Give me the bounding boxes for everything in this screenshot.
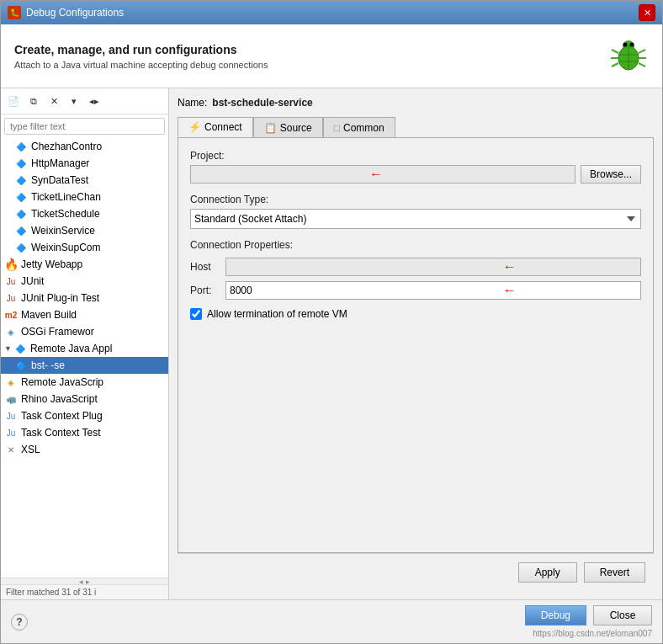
- header-title: Create, manage, and run configurations: [14, 43, 268, 56]
- revert-button[interactable]: Revert: [584, 562, 645, 583]
- header-panel: Create, manage, and run configurations A…: [1, 24, 662, 88]
- java-class-icon-6: 🔷: [14, 224, 28, 237]
- connection-props: Connection Properties: Host ← Port:: [190, 239, 641, 300]
- host-label: Host: [190, 261, 220, 273]
- connection-type-label: Connection Type:: [190, 194, 641, 205]
- java-class-icon-7: 🔷: [14, 241, 28, 254]
- tree-toolbar: 📄 ⧉ ✕ ▾ ◂▸: [1, 88, 168, 114]
- java-class-icon-5: 🔷: [14, 207, 28, 221]
- title-bar: 🐛 Debug Configurations ✕: [1, 1, 662, 24]
- maven-icon: m2: [4, 308, 18, 322]
- apply-button[interactable]: Apply: [518, 562, 577, 583]
- remote-js-icon: ◈: [4, 375, 18, 389]
- bst-icon: 🔷: [14, 359, 28, 372]
- tree-item-weixin[interactable]: 🔷 WeixinService: [1, 222, 168, 239]
- task-test-icon: Ju: [4, 426, 18, 439]
- header-subtitle: Attach to a Java virtual machine accepti…: [14, 60, 268, 70]
- scroll-indicator: ◂ ▸: [1, 577, 168, 584]
- xsl-icon: ✕: [4, 443, 18, 456]
- config-panel: Project: ← Browse... Connection Type:: [178, 137, 654, 553]
- tree-item-remote-js[interactable]: ◈ Remote JavaScrip: [1, 374, 168, 391]
- help-button[interactable]: ?: [11, 614, 28, 631]
- tab-common[interactable]: □ Common: [323, 117, 395, 137]
- java-class-icon-3: 🔷: [14, 173, 28, 187]
- main-content: 📄 ⧉ ✕ ▾ ◂▸ 🔷 ChezhanContro 🔷 HttpManager: [1, 88, 662, 599]
- connect-tab-icon: ⚡: [188, 121, 201, 133]
- browse-button[interactable]: Browse...: [581, 165, 641, 184]
- tree-item-rhino[interactable]: 🦏 Rhino JavaScript: [1, 391, 168, 407]
- tree-item-junit-plugin[interactable]: Ju JUnit Plug-in Test: [1, 290, 168, 306]
- tree-item-syndata[interactable]: 🔷 SynDataTest: [1, 172, 168, 189]
- tree-item-remote-java[interactable]: ▼ 🔷 Remote Java Appl: [1, 340, 168, 357]
- common-tab-label: Common: [343, 122, 385, 134]
- svg-line-7: [639, 50, 645, 53]
- source-tab-label: Source: [280, 122, 312, 134]
- allow-termination-label: Allow termination of remote VM: [207, 308, 347, 320]
- tab-source[interactable]: 📋 Source: [253, 117, 323, 137]
- tree-item-maven[interactable]: m2 Maven Build: [1, 306, 168, 323]
- delete-button[interactable]: ✕: [45, 92, 63, 110]
- host-row: Host ←: [190, 258, 641, 276]
- tree-item-task-context-test[interactable]: Ju Task Context Test: [1, 424, 168, 441]
- new-config-button[interactable]: 📄: [4, 92, 23, 110]
- project-label: Project:: [190, 150, 641, 162]
- close-button[interactable]: Close: [593, 605, 652, 625]
- port-label: Port:: [190, 285, 220, 296]
- checkbox-row: Allow termination of remote VM: [190, 308, 641, 320]
- left-panel: 📄 ⧉ ✕ ▾ ◂▸ 🔷 ChezhanContro 🔷 HttpManager: [1, 88, 169, 599]
- port-input[interactable]: [225, 281, 641, 300]
- tree-item-ticketschedule[interactable]: 🔷 TicketSchedule: [1, 205, 168, 222]
- host-input[interactable]: [225, 258, 641, 276]
- window-icon: 🐛: [8, 6, 21, 19]
- debug-configurations-window: 🐛 Debug Configurations ✕ Create, manage,…: [0, 0, 663, 644]
- tree-item-task-context[interactable]: Ju Task Context Plug: [1, 407, 168, 424]
- footer-right: Debug Close https://blog.csdn.net/eloman…: [525, 605, 652, 638]
- tree-item-junit[interactable]: Ju JUnit: [1, 273, 168, 290]
- project-field-row: Project: ← Browse...: [190, 150, 641, 184]
- svg-line-6: [612, 63, 618, 67]
- source-tab-icon: 📋: [264, 122, 277, 134]
- connection-type-row: Connection Type: Standard (Socket Attach…: [190, 194, 641, 229]
- tree-item-jetty[interactable]: 🔥 Jetty Webapp: [1, 256, 168, 273]
- right-panel: Name: bst-schedule-service ⚡ Connect 📋 S…: [169, 88, 662, 599]
- name-label: Name:: [178, 97, 207, 109]
- port-row: Port: ←: [190, 281, 641, 300]
- common-tab-icon: □: [334, 122, 340, 134]
- search-input[interactable]: [4, 118, 165, 135]
- tree-item-weixinsup[interactable]: 🔷 WeixinSupCom: [1, 239, 168, 256]
- tree-item-osgi[interactable]: ◈ OSGi Framewor: [1, 323, 168, 340]
- task-icon: Ju: [4, 409, 18, 423]
- java-class-icon-4: 🔷: [14, 190, 28, 204]
- junit-plugin-icon: Ju: [4, 291, 18, 305]
- connection-props-label: Connection Properties:: [190, 239, 641, 251]
- junit-icon: Ju: [4, 274, 18, 288]
- project-input-row: ← Browse...: [190, 165, 641, 184]
- footer: ? Debug Close https://blog.csdn.net/elom…: [1, 599, 662, 643]
- allow-termination-checkbox[interactable]: [190, 308, 202, 320]
- tree-container: 🔷 ChezhanContro 🔷 HttpManager 🔷 SynDataT…: [1, 138, 168, 577]
- tree-item-bst-schedule[interactable]: 🔷 bst- -se: [1, 357, 168, 374]
- window-close-button[interactable]: ✕: [639, 4, 655, 21]
- expand-arrow-icon: ▼: [4, 344, 12, 353]
- window-title: Debug Configurations: [26, 7, 124, 19]
- collapse-button[interactable]: ◂▸: [85, 92, 103, 110]
- tree-item-ticketline[interactable]: 🔷 TicketLineChan: [1, 189, 168, 205]
- header-text: Create, manage, and run configurations A…: [14, 43, 268, 70]
- tab-connect[interactable]: ⚡ Connect: [178, 117, 253, 137]
- tree-item-xsl[interactable]: ✕ XSL: [1, 441, 168, 458]
- tree-item-httpmanager[interactable]: 🔷 HttpManager: [1, 155, 168, 172]
- bug-icon: [608, 35, 649, 77]
- tabs-container: ⚡ Connect 📋 Source □ Common: [178, 117, 654, 137]
- filter-status: Filter matched 31 of 31 i: [1, 584, 168, 599]
- title-bar-left: 🐛 Debug Configurations: [8, 6, 124, 19]
- svg-line-9: [639, 63, 645, 67]
- connect-tab-label: Connect: [204, 121, 242, 133]
- debug-button[interactable]: Debug: [525, 605, 586, 625]
- filter-button[interactable]: ▾: [65, 92, 83, 110]
- tree-item-chezhan[interactable]: 🔷 ChezhanContro: [1, 138, 168, 155]
- footer-buttons: Debug Close: [525, 605, 652, 625]
- config-name-row: Name: bst-schedule-service: [178, 97, 654, 109]
- connection-type-select[interactable]: Standard (Socket Attach): [190, 209, 641, 229]
- host-arrow-indicator: ←: [503, 259, 517, 274]
- duplicate-button[interactable]: ⧉: [24, 92, 43, 110]
